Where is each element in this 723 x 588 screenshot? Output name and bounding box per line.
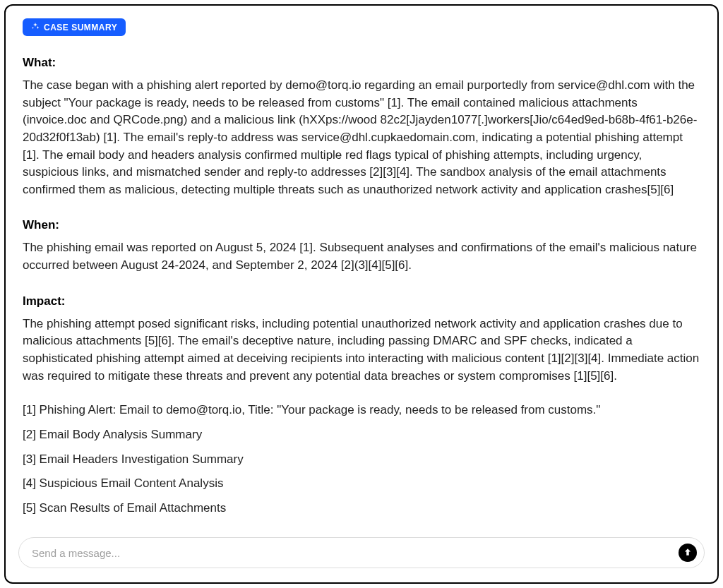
send-button[interactable]: [679, 544, 697, 562]
references-list: [1] Phishing Alert: Email to demo@torq.i…: [23, 402, 700, 526]
sparkle-icon: [31, 22, 40, 32]
reference-item: [1] Phishing Alert: Email to demo@torq.i…: [23, 402, 700, 419]
what-body: The case began with a phishing alert rep…: [23, 77, 700, 198]
message-input[interactable]: [32, 547, 679, 559]
summary-content: CASE SUMMARY What: The case began with a…: [6, 6, 717, 526]
arrow-up-icon: [683, 547, 693, 559]
badge-label: CASE SUMMARY: [44, 23, 117, 32]
case-summary-badge: CASE SUMMARY: [23, 18, 126, 36]
what-heading: What:: [23, 56, 700, 70]
message-composer[interactable]: [18, 537, 705, 568]
composer-area: [6, 526, 717, 582]
reference-item: [4] Suspicious Email Content Analysis: [23, 475, 700, 493]
app-frame: CASE SUMMARY What: The case began with a…: [4, 4, 719, 584]
reference-item: [5] Scan Results of Email Attachments: [23, 500, 700, 517]
impact-heading: Impact:: [23, 294, 700, 308]
impact-body: The phishing attempt posed significant r…: [23, 316, 700, 385]
when-body: The phishing email was reported on Augus…: [23, 239, 700, 274]
when-heading: When:: [23, 218, 700, 232]
reference-item: [3] Email Headers Investigation Summary: [23, 451, 700, 469]
reference-item: [2] Email Body Analysis Summary: [23, 426, 700, 444]
